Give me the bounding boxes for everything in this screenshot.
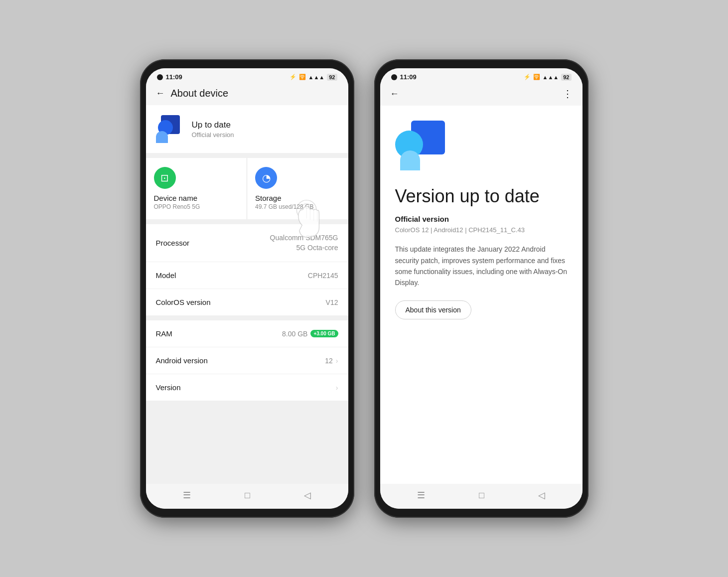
phone-screen-right: 11:09 ⚡ 🛜 ▲▲▲ 92 ← ⋮ [380, 68, 582, 509]
tile2-label: Storage [255, 194, 340, 202]
update-subtitle: Official version [192, 131, 234, 139]
storage-icon: ◔ [255, 167, 277, 189]
bluetooth-icon: ⚡ [290, 74, 296, 80]
status-time-left: 11:09 [166, 73, 182, 81]
version-row[interactable]: Version › [146, 374, 348, 401]
official-label: Official version [380, 215, 582, 226]
back-button-right[interactable]: ← [390, 89, 399, 99]
about-version-button[interactable]: About this version [395, 300, 471, 319]
device-icon: ⊡ [154, 167, 176, 189]
more-button-right[interactable]: ⋮ [563, 88, 573, 100]
camera-dot-left [157, 74, 163, 80]
processor-value: Qualcomm SDM765G5G Octa-core [270, 233, 338, 253]
bluetooth-icon-right: ⚡ [524, 74, 531, 80]
coloros-row: ColorOS version V12 [146, 289, 348, 315]
status-time-right: 11:09 [400, 73, 417, 81]
version-chevron: › [336, 384, 338, 392]
back-button-left[interactable]: ← [156, 88, 165, 99]
android-chevron: › [336, 357, 338, 365]
android-value: 12 › [325, 357, 338, 365]
camera-dot-right [391, 74, 397, 80]
nav-header-right: ← ⋮ [380, 84, 582, 106]
right-phone: 11:09 ⚡ 🛜 ▲▲▲ 92 ← ⋮ [374, 59, 588, 518]
ram-value: 8.00 GB +3.00 GB [282, 330, 338, 338]
update-logo [156, 115, 184, 143]
update-status: Up to date [192, 120, 234, 130]
status-bar-right: 11:09 ⚡ 🛜 ▲▲▲ 92 [380, 68, 582, 84]
back-icon-right[interactable]: ◁ [538, 490, 545, 501]
update-text: Up to date Official version [192, 120, 234, 139]
update-card[interactable]: Up to date Official version [146, 105, 348, 153]
screen-content-left: Up to date Official version ⊡ Device nam… [146, 105, 348, 484]
version-label: Version [156, 383, 181, 392]
status-icons-left: ⚡ 🛜 ▲▲▲ 92 [290, 74, 337, 81]
android-label: Android version [156, 356, 208, 365]
back-icon-left[interactable]: ◁ [304, 490, 311, 501]
home-icon-right[interactable]: □ [479, 490, 484, 501]
tile1-label: Device name [154, 194, 239, 202]
tile2-value: 49.7 GB used/128 GB [255, 203, 340, 210]
storage-tile[interactable]: ◔ Storage 49.7 GB used/128 GB [247, 158, 348, 219]
processor-label: Processor [156, 239, 190, 247]
coloros-value: V12 [326, 298, 338, 306]
ram-label: RAM [156, 329, 172, 338]
coloros-label: ColorOS version [156, 298, 211, 306]
ll-person [400, 150, 420, 170]
version-title: Version up to date [380, 180, 582, 215]
page-title-left: About device [171, 88, 229, 99]
status-icons-right: ⚡ 🛜 ▲▲▲ 92 [524, 74, 572, 81]
tiles-row: ⊡ Device name OPPO Reno5 5G ◔ Storage 49… [146, 158, 348, 219]
ram-badge: +3.00 GB [310, 330, 338, 337]
processor-row: Processor Qualcomm SDM765G5G Octa-core [146, 224, 348, 262]
right-content: Version up to date Official version Colo… [380, 106, 582, 484]
version-chevron-icon: › [336, 384, 338, 392]
signal-icon-right: ▲▲▲ [543, 74, 559, 80]
bottom-nav-right: ☰ □ ◁ [380, 484, 582, 509]
ram-row: RAM 8.00 GB +3.00 GB [146, 320, 348, 347]
menu-icon-right[interactable]: ☰ [417, 490, 425, 501]
info-section-2: RAM 8.00 GB +3.00 GB Android version 12 … [146, 320, 348, 401]
version-desc: This update integrates the January 2022 … [380, 244, 582, 300]
model-row: Model CPH2145 [146, 262, 348, 289]
home-icon-left[interactable]: □ [245, 490, 250, 501]
info-section: Processor Qualcomm SDM765G5G Octa-core M… [146, 224, 348, 315]
bottom-nav-left: ☰ □ ◁ [146, 484, 348, 509]
model-label: Model [156, 271, 176, 280]
version-meta: ColorOS 12 | Android12 | CPH2145_11_C.43 [380, 226, 582, 244]
signal-icon: ▲▲▲ [308, 74, 325, 80]
wifi-icon-right: 🛜 [533, 74, 540, 80]
battery-icon-left: 92 [327, 74, 337, 81]
phone-screen-left: 11:09 ⚡ 🛜 ▲▲▲ 92 ← About device [146, 68, 348, 509]
android-row[interactable]: Android version 12 › [146, 347, 348, 374]
status-bar-left: 11:09 ⚡ 🛜 ▲▲▲ 92 [146, 68, 348, 84]
battery-icon-right: 92 [561, 74, 571, 81]
coloros-logo-area [380, 106, 582, 180]
model-value: CPH2145 [308, 272, 338, 280]
nav-header-left: ← About device [146, 84, 348, 105]
logo-person [156, 131, 168, 143]
left-phone: 11:09 ⚡ 🛜 ▲▲▲ 92 ← About device [140, 59, 354, 518]
logo-large [395, 121, 445, 170]
menu-icon-left[interactable]: ☰ [183, 490, 191, 501]
wifi-icon: 🛜 [299, 74, 306, 80]
tile1-value: OPPO Reno5 5G [154, 203, 239, 210]
device-name-tile[interactable]: ⊡ Device name OPPO Reno5 5G [146, 158, 247, 219]
